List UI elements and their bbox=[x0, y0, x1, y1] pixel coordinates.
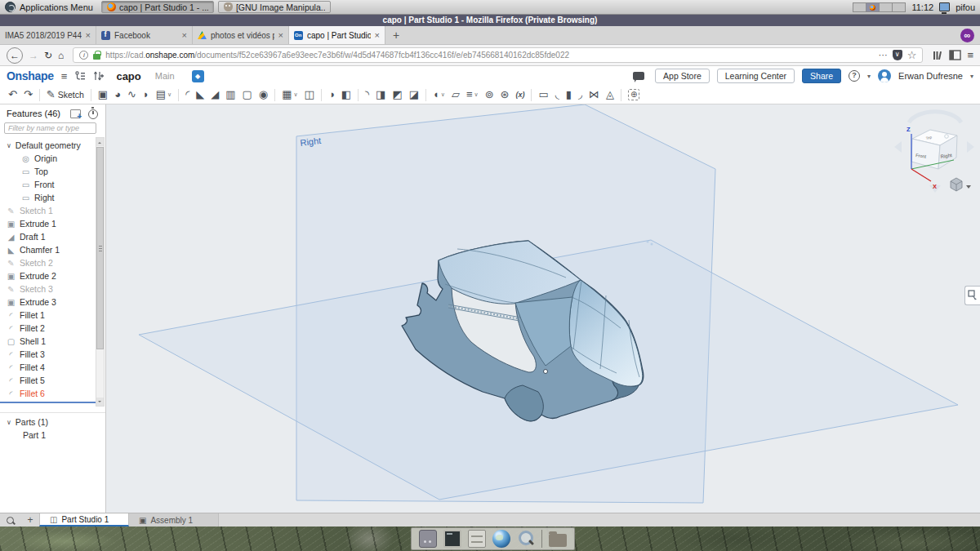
feature-filter-input[interactable] bbox=[4, 122, 96, 134]
view-cube[interactable]: Top Front Right Z X bbox=[894, 112, 974, 193]
web-browser-icon[interactable] bbox=[492, 530, 510, 548]
finish-icon[interactable]: ◬ bbox=[604, 87, 617, 102]
pocket-icon[interactable]: ∨ bbox=[893, 50, 902, 60]
library-icon[interactable] bbox=[932, 50, 943, 61]
top-plane-item[interactable]: ▭ Top bbox=[0, 165, 96, 178]
split-icon[interactable]: ◧ bbox=[339, 87, 354, 102]
comment-icon[interactable] bbox=[633, 72, 644, 80]
tab-close-icon[interactable]: × bbox=[375, 30, 380, 40]
fit-view-icon[interactable]: ⊕ bbox=[626, 87, 642, 102]
versions-history-icon[interactable] bbox=[74, 70, 86, 82]
sidebar-toggle-icon[interactable] bbox=[949, 50, 961, 60]
rotate-right-icon[interactable] bbox=[967, 141, 974, 153]
url-bar[interactable]: i https://cad.onshape.com/documents/f52c… bbox=[73, 47, 923, 63]
delete-face-icon[interactable]: ◨ bbox=[373, 87, 388, 102]
rotate-left-icon[interactable] bbox=[894, 141, 902, 153]
window-button[interactable]: [GNU Image Manipula... bbox=[218, 1, 331, 13]
help-icon[interactable]: ? bbox=[849, 70, 860, 82]
browser-tab[interactable]: Facebook × bbox=[96, 26, 193, 44]
feature-sketch-2[interactable]: ✎ Sketch 2 bbox=[0, 256, 96, 269]
mate-connector-icon[interactable]: ⊚ bbox=[483, 87, 497, 102]
boolean-icon[interactable]: ◑ bbox=[326, 87, 337, 102]
workspace-cell[interactable] bbox=[879, 2, 893, 12]
workspace-name[interactable]: Main bbox=[155, 71, 175, 81]
back-button[interactable]: ← bbox=[7, 47, 23, 64]
share-button[interactable]: Share bbox=[802, 69, 841, 83]
document-menu-icon[interactable]: ≡ bbox=[61, 70, 68, 82]
feature-chamfer-1[interactable]: ◣ Chamfer 1 bbox=[0, 243, 96, 256]
feature-fillet-1[interactable]: ◜ Fillet 1 bbox=[0, 309, 96, 322]
sweep-icon[interactable]: ∿ bbox=[125, 87, 139, 102]
feature-extrude-1[interactable]: ▣ Extrude 1 bbox=[0, 217, 96, 230]
workspace-cell[interactable] bbox=[853, 2, 866, 12]
scrollbar-thumb[interactable] bbox=[96, 147, 104, 349]
fillet-icon[interactable]: ◜ bbox=[183, 87, 192, 102]
feature-fillet-2[interactable]: ◜ Fillet 2 bbox=[0, 322, 96, 335]
reload-button[interactable]: ↻ bbox=[44, 50, 52, 61]
mirror-icon[interactable]: ◫ bbox=[302, 87, 317, 102]
workspace-cell[interactable] bbox=[866, 2, 880, 12]
rotate-arrows-icon[interactable] bbox=[909, 112, 961, 122]
page-actions-icon[interactable]: ⋯ bbox=[879, 50, 888, 60]
file-manager-icon[interactable] bbox=[468, 530, 486, 548]
folder-icon[interactable] bbox=[549, 534, 567, 547]
feature-shell-1[interactable]: ▢ Shell 1 bbox=[0, 335, 96, 348]
app-store-button[interactable]: App Store bbox=[655, 69, 710, 83]
tab-part-studio-1[interactable]: ◫ Part Studio 1 bbox=[39, 513, 129, 527]
scroll-down-icon[interactable] bbox=[96, 398, 104, 406]
parts-node[interactable]: ∨ Parts (1) bbox=[0, 415, 105, 429]
tab-icon[interactable]: ▮ bbox=[564, 87, 574, 102]
add-element-button[interactable]: + bbox=[21, 513, 39, 527]
origin-item[interactable]: ◎ Origin bbox=[0, 152, 96, 165]
revolve-icon[interactable]: ◕ bbox=[112, 87, 123, 102]
default-geometry-node[interactable]: ∨ Default geometry bbox=[0, 139, 96, 152]
sketch-button[interactable]: ✎ Sketch bbox=[44, 87, 87, 102]
rollback-history-icon[interactable] bbox=[88, 109, 98, 119]
bend-icon[interactable]: ◞ bbox=[576, 87, 585, 102]
new-folder-icon[interactable] bbox=[70, 109, 81, 118]
vertex-point[interactable] bbox=[544, 370, 548, 374]
feature-draft-1[interactable]: ◢ Draft 1 bbox=[0, 230, 96, 243]
learning-center-button[interactable]: Learning Center bbox=[717, 69, 795, 83]
replace-face-icon[interactable]: ◪ bbox=[407, 87, 421, 102]
tab-close-icon[interactable]: × bbox=[278, 30, 283, 40]
viewport-canvas[interactable]: Right bbox=[106, 104, 980, 513]
page-info-icon[interactable]: i bbox=[79, 51, 88, 60]
feature-fillet-6[interactable]: ◜ Fillet 6 bbox=[0, 387, 96, 400]
transform-icon[interactable]: ⊛ bbox=[498, 87, 512, 102]
onshape-logo[interactable]: Onshape bbox=[7, 69, 54, 82]
bookmark-star-icon[interactable]: ☆ bbox=[907, 49, 917, 61]
window-titlebar[interactable]: capo | Part Studio 1 - Mozilla Firefox (… bbox=[0, 15, 980, 26]
feature-fillet-3[interactable]: ◜ Fillet 3 bbox=[0, 348, 96, 361]
terminal-icon[interactable] bbox=[443, 530, 461, 548]
move-face-icon[interactable]: ◩ bbox=[390, 87, 404, 102]
hole-icon[interactable]: ◉ bbox=[256, 87, 270, 102]
new-tab-button[interactable]: + bbox=[385, 26, 407, 44]
scroll-up-icon[interactable] bbox=[96, 138, 104, 146]
loft-icon[interactable]: ◗ bbox=[140, 87, 152, 102]
insert-element-icon[interactable] bbox=[93, 70, 104, 82]
url-text[interactable]: https://cad.onshape.com/documents/f52ce6… bbox=[105, 51, 873, 60]
view-options-caret-icon[interactable] bbox=[966, 185, 971, 189]
redo-icon[interactable]: ↷ bbox=[21, 87, 35, 102]
draft-icon[interactable]: ◢ bbox=[208, 87, 221, 102]
tutorial-icon[interactable]: ◆ bbox=[192, 70, 204, 82]
window-button[interactable]: capo | Part Studio 1 - ... bbox=[101, 1, 214, 13]
search-icon[interactable] bbox=[517, 530, 535, 548]
user-name[interactable]: Erwan Dufresne bbox=[898, 71, 963, 81]
feature-scrollbar[interactable] bbox=[96, 137, 105, 407]
feature-sketch-1[interactable]: ✎ Sketch 1 bbox=[0, 204, 96, 217]
browser-tab[interactable]: photos et vidéos pour wiki × bbox=[193, 26, 289, 44]
browser-tab[interactable]: IMA5 2018/2019 P44 — Wiki d × bbox=[0, 26, 96, 44]
hamburger-menu-icon[interactable]: ≡ bbox=[967, 49, 973, 61]
offset-surface-icon[interactable]: ▱ bbox=[449, 87, 462, 102]
enclose-icon[interactable]: ≡ ∨ bbox=[464, 87, 481, 102]
feature-fillet-4[interactable]: ◜ Fillet 4 bbox=[0, 361, 96, 374]
right-plane-item[interactable]: ▭ Right bbox=[0, 191, 96, 204]
workspace-cell[interactable] bbox=[892, 2, 906, 12]
rollback-bar[interactable] bbox=[0, 402, 96, 403]
modify-fillet-icon[interactable]: ◝ bbox=[363, 87, 372, 102]
variable-icon[interactable]: (x) bbox=[513, 87, 527, 102]
front-plane-item[interactable]: ▭ Front bbox=[0, 178, 96, 191]
thicken-icon[interactable]: ▤ ∨ bbox=[154, 87, 174, 102]
